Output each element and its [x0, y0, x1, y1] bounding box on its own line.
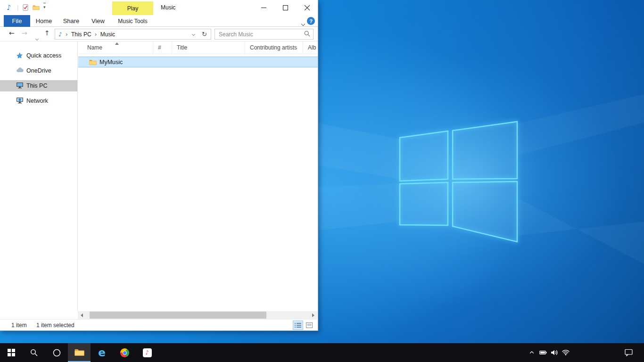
battery-icon[interactable]	[539, 349, 547, 356]
sidebar-item-label: Network	[26, 98, 48, 104]
qat-customize-dropdown-icon[interactable]: ▾	[43, 3, 46, 10]
window-title: Music	[161, 4, 175, 11]
navigation-toolbar: ← → ↑ ♪ › This PC › Music ↻	[0, 27, 318, 41]
network-monitor-icon	[16, 97, 24, 105]
cortana-icon[interactable]	[45, 343, 68, 362]
file-name: MyMusic	[99, 59, 123, 66]
sidebar-item-label: Quick access	[26, 52, 61, 59]
sort-ascending-icon	[115, 42, 119, 45]
up-button[interactable]: ↑	[44, 29, 50, 37]
folder-icon	[89, 59, 97, 66]
recent-locations-dropdown-icon[interactable]	[36, 34, 38, 41]
breadcrumb-this-pc[interactable]: This PC	[71, 31, 91, 38]
close-button[interactable]	[296, 0, 318, 15]
desktop: ♪ | ▾ Play Music	[0, 0, 644, 362]
file-list: Name # Title Contributing artists Alb My…	[78, 41, 318, 311]
itunes-icon[interactable]: ♪	[136, 343, 158, 362]
file-explorer-taskbar-icon[interactable]	[68, 343, 91, 362]
address-dropdown-icon[interactable]	[189, 30, 198, 39]
action-center-icon[interactable]	[625, 349, 633, 356]
search-input[interactable]	[215, 31, 304, 38]
tab-file[interactable]: File	[4, 15, 30, 27]
tab-share[interactable]: Share	[58, 15, 84, 27]
view-buttons	[292, 321, 314, 330]
onedrive-cloud-icon	[16, 67, 24, 74]
sidebar-item-quick-access[interactable]: Quick access	[0, 50, 77, 61]
file-row-mymusic[interactable]: MyMusic	[78, 57, 318, 67]
horizontal-scrollbar[interactable]	[78, 311, 317, 319]
wifi-icon[interactable]	[562, 349, 570, 356]
column-header-contributing-artists[interactable]: Contributing artists	[245, 41, 303, 54]
status-bar: 1 item 1 item selected	[0, 319, 317, 330]
edge-icon[interactable]: e	[91, 343, 113, 362]
volume-icon[interactable]	[551, 349, 558, 356]
sidebar-item-this-pc[interactable]: This PC	[0, 80, 77, 91]
quick-access-star-icon	[16, 52, 24, 59]
ribbon-tabs: File Home Share View Music Tools ?	[0, 15, 318, 27]
qat-new-folder-icon[interactable]	[32, 4, 40, 11]
column-header-album[interactable]: Alb	[303, 41, 318, 54]
sidebar-item-onedrive[interactable]: OneDrive	[0, 65, 77, 76]
explorer-window: ♪ | ▾ Play Music	[0, 0, 318, 331]
window-controls	[253, 0, 318, 15]
tab-view[interactable]: View	[87, 15, 109, 27]
this-pc-monitor-icon	[16, 82, 24, 90]
search-icon[interactable]	[304, 30, 310, 39]
sidebar-item-label: This PC	[26, 82, 47, 89]
scrollbar-thumb[interactable]	[90, 312, 266, 319]
breadcrumb-music[interactable]: Music	[100, 31, 115, 38]
scroll-left-icon[interactable]	[78, 311, 86, 319]
tab-play[interactable]: Play	[112, 1, 153, 15]
app-music-icon: ♪	[7, 4, 11, 11]
search-box[interactable]	[215, 29, 314, 40]
tab-home[interactable]: Home	[32, 15, 56, 27]
collapse-ribbon-icon[interactable]	[302, 19, 305, 27]
column-headers: Name # Title Contributing artists Alb	[78, 41, 318, 54]
navigation-pane: Quick access OneDrive This PC	[0, 41, 78, 311]
scroll-right-icon[interactable]	[309, 311, 317, 319]
breadcrumb-separator: ›	[95, 31, 97, 38]
refresh-icon[interactable]: ↻	[198, 31, 211, 38]
qat-properties-icon[interactable]	[22, 4, 29, 11]
taskbar-search-icon[interactable]	[23, 343, 45, 362]
tab-music-tools[interactable]: Music Tools	[112, 15, 153, 27]
selection-count: 1 item selected	[36, 322, 74, 329]
column-header-title[interactable]: Title	[172, 41, 245, 54]
address-bar[interactable]: ♪ › This PC › Music ↻	[55, 29, 211, 40]
details-view-button[interactable]	[293, 321, 303, 330]
minimize-button[interactable]	[253, 0, 274, 15]
forward-button[interactable]: →	[22, 29, 27, 37]
sidebar-item-label: OneDrive	[26, 67, 51, 74]
taskbar: e ♪	[0, 343, 644, 362]
breadcrumb-separator: ›	[66, 31, 68, 38]
titlebar-separator: |	[17, 4, 18, 11]
chrome-icon[interactable]	[113, 343, 136, 362]
column-header-number[interactable]: #	[153, 41, 172, 54]
item-count: 1 item	[11, 322, 27, 329]
window-body: Quick access OneDrive This PC	[0, 41, 318, 311]
large-icons-view-button[interactable]	[304, 321, 314, 330]
maximize-button[interactable]	[274, 0, 296, 15]
address-music-icon: ♪	[58, 31, 62, 38]
sidebar-item-network[interactable]: Network	[0, 95, 77, 107]
tab-play-label: Play	[127, 5, 138, 12]
show-hidden-icons-chevron[interactable]	[528, 349, 536, 356]
back-button[interactable]: ←	[9, 29, 15, 37]
start-button[interactable]	[0, 343, 23, 362]
help-icon[interactable]: ?	[307, 17, 315, 25]
system-tray	[528, 343, 570, 362]
titlebar[interactable]: ♪ | ▾ Play Music	[0, 0, 318, 15]
